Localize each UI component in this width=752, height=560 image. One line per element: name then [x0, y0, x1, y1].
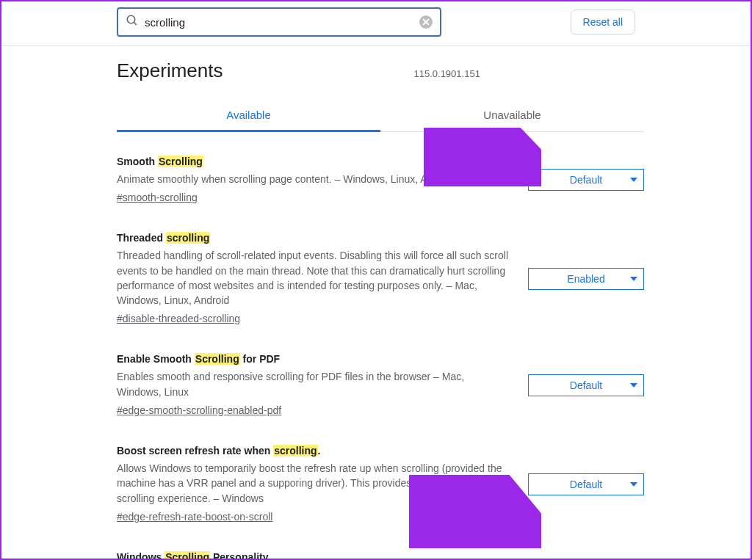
- flag-title: Threaded scrolling: [117, 232, 510, 244]
- flag-select-wrap: Default: [528, 156, 644, 204]
- flag-select-wrap: Default: [528, 445, 644, 523]
- flag-anchor-link[interactable]: #smooth-scrolling: [117, 192, 198, 203]
- flag-text: Smooth ScrollingAnimate smoothly when sc…: [117, 156, 510, 204]
- search-input[interactable]: [139, 16, 419, 29]
- flag-state-select[interactable]: Default: [528, 374, 644, 396]
- flag-title: Windows Scrolling Personality: [117, 551, 510, 560]
- flag-anchor-link[interactable]: #edge-smooth-scrolling-enabled-pdf: [117, 404, 281, 416]
- svg-point-0: [127, 15, 135, 23]
- search-highlight: Scrolling: [158, 156, 203, 167]
- reset-all-button[interactable]: Reset all: [571, 10, 635, 34]
- flag-row: Smooth ScrollingAnimate smoothly when sc…: [117, 156, 644, 204]
- flag-text: Windows Scrolling PersonalityIf enabled,…: [117, 551, 510, 560]
- flag-description: Animate smoothly when scrolling page con…: [117, 172, 510, 186]
- flag-select-wrap: Default: [528, 353, 644, 417]
- search-highlight: Scrolling: [164, 551, 210, 560]
- flag-text: Enable Smooth Scrolling for PDFEnables s…: [117, 353, 510, 417]
- flags-list: Smooth ScrollingAnimate smoothly when sc…: [117, 156, 644, 560]
- tab-available[interactable]: Available: [117, 100, 380, 132]
- flag-state-select[interactable]: Default: [528, 473, 644, 495]
- flag-state-select[interactable]: Default: [528, 169, 644, 191]
- tab-unavailable[interactable]: Unavailable: [380, 100, 644, 132]
- content: Experiments 115.0.1901.151 Available Una…: [1, 46, 751, 560]
- flag-text: Threaded scrollingThreaded handling of s…: [117, 232, 510, 325]
- flag-title: Smooth Scrolling: [117, 156, 510, 167]
- flag-anchor-link[interactable]: #edge-refresh-rate-boost-on-scroll: [117, 511, 272, 523]
- svg-line-1: [134, 22, 137, 25]
- flag-row: Enable Smooth Scrolling for PDFEnables s…: [117, 353, 644, 417]
- flag-row: Threaded scrollingThreaded handling of s…: [117, 232, 644, 325]
- page-title: Experiments: [117, 59, 223, 82]
- flag-description: Enables smooth and responsive scrolling …: [117, 369, 510, 399]
- search-highlight: Scrolling: [195, 353, 240, 365]
- clear-search-button[interactable]: [419, 15, 433, 29]
- search-box[interactable]: [117, 7, 441, 37]
- tabs: Available Unavailable: [117, 100, 644, 132]
- flag-title: Boost screen refresh rate when scrolling…: [117, 445, 510, 457]
- version-label: 115.0.1901.151: [414, 68, 480, 79]
- flag-anchor-link[interactable]: #disable-threaded-scrolling: [117, 313, 240, 324]
- flag-state-select[interactable]: Enabled: [528, 268, 644, 290]
- search-highlight: scrolling: [273, 445, 317, 457]
- flag-description: Threaded handling of scroll-related inpu…: [117, 248, 510, 308]
- flag-select-wrap: Enabled: [528, 232, 644, 325]
- flag-text: Boost screen refresh rate when scrolling…: [117, 445, 510, 523]
- search-highlight: scrolling: [166, 232, 210, 244]
- topbar: Reset all: [1, 1, 751, 46]
- flag-description: Allows Windows to temporarily boost the …: [117, 461, 510, 506]
- search-icon: [126, 14, 139, 30]
- flag-row: Boost screen refresh rate when scrolling…: [117, 445, 644, 523]
- flag-title: Enable Smooth Scrolling for PDF: [117, 353, 510, 365]
- flag-row: Windows Scrolling PersonalityIf enabled,…: [117, 551, 644, 560]
- flag-select-wrap: Default: [528, 551, 644, 560]
